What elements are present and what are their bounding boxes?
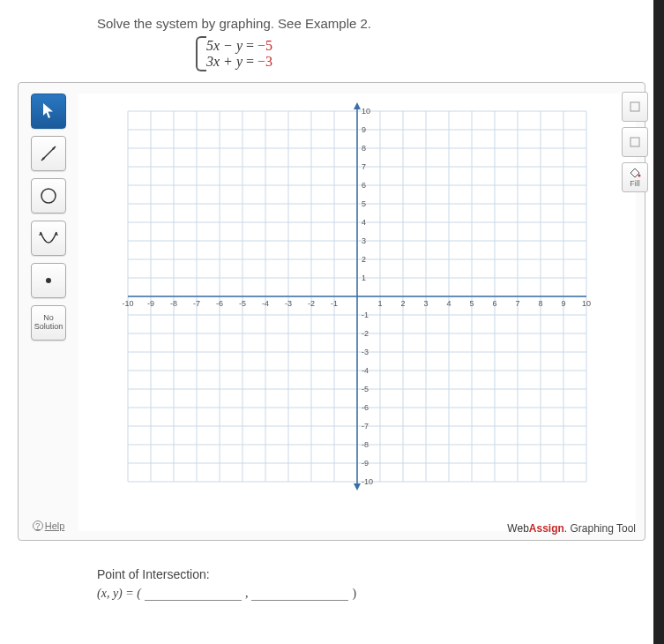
svg-text:2: 2 (362, 255, 366, 264)
answer-x-input[interactable] (145, 587, 242, 601)
svg-text:-1: -1 (362, 311, 369, 319)
svg-text:-9: -9 (362, 459, 369, 468)
equation-2: 3x + y = −3 (206, 54, 646, 70)
cursor-tool[interactable] (31, 94, 66, 129)
svg-point-6 (46, 278, 51, 283)
svg-text:-5: -5 (239, 299, 246, 308)
svg-text:8: 8 (362, 144, 366, 153)
svg-text:-6: -6 (216, 299, 223, 308)
svg-text:-4: -4 (262, 299, 269, 308)
instruction-text: Solve the system by graphing. See Exampl… (97, 16, 646, 31)
svg-text:8: 8 (538, 299, 542, 308)
tool-icon (629, 136, 641, 148)
svg-text:9: 9 (362, 125, 366, 134)
svg-text:-5: -5 (362, 385, 369, 393)
svg-text:-10: -10 (122, 299, 133, 308)
answer-y-input[interactable] (251, 587, 348, 601)
equation-1: 5x − y = −5 (206, 38, 646, 54)
no-solution-tool[interactable]: No Solution (31, 305, 66, 341)
svg-text:-1: -1 (331, 299, 338, 308)
svg-text:1: 1 (377, 299, 382, 308)
tool-palette: No Solution ? Help (27, 94, 70, 531)
svg-text:-7: -7 (362, 422, 369, 431)
svg-text:10: 10 (362, 107, 370, 116)
parabola-icon (38, 228, 59, 248)
parabola-tool[interactable] (31, 221, 66, 256)
svg-text:3: 3 (362, 236, 366, 245)
svg-rect-94 (630, 138, 639, 146)
svg-text:-6: -6 (362, 403, 369, 412)
svg-text:4: 4 (446, 299, 451, 308)
svg-text:5: 5 (362, 199, 366, 208)
answer-label: (x, y) = ( (97, 587, 141, 601)
point-icon (44, 276, 53, 285)
svg-text:5: 5 (469, 299, 474, 308)
svg-text:7: 7 (362, 162, 366, 171)
no-solution-label-2: Solution (34, 323, 63, 332)
svg-text:-7: -7 (193, 299, 200, 308)
fill-tool[interactable]: Fill (622, 162, 648, 192)
circle-tool[interactable] (31, 178, 66, 213)
answer-heading: Point of Intersection: (97, 567, 646, 581)
tool-icon (629, 101, 641, 113)
svg-text:-3: -3 (285, 299, 292, 308)
svg-text:-10: -10 (362, 477, 373, 486)
svg-text:6: 6 (492, 299, 496, 308)
cursor-icon (41, 102, 56, 120)
bucket-icon (629, 168, 641, 178)
line-icon (39, 144, 58, 163)
help-label: Help (45, 520, 65, 531)
answer-comma: , (245, 587, 249, 601)
svg-text:2: 2 (400, 299, 405, 308)
svg-text:9: 9 (561, 299, 565, 308)
svg-marker-52 (354, 483, 361, 490)
svg-text:-4: -4 (362, 366, 369, 375)
help-icon: ? (33, 520, 43, 531)
svg-point-3 (41, 189, 56, 203)
point-tool[interactable] (31, 263, 66, 298)
svg-text:4: 4 (362, 218, 366, 227)
svg-marker-51 (354, 102, 361, 109)
fill-label: Fill (630, 179, 640, 188)
right-tool-1[interactable] (622, 92, 648, 122)
svg-text:1: 1 (362, 273, 366, 282)
branding-text: WebAssign. Graphing Tool (507, 522, 636, 535)
coordinate-grid: -10-9-8-7-6-5-4-3-2-112345678910-10-9-8-… (78, 94, 636, 499)
graphing-tool-panel: No Solution ? Help -10-9-8-7-6-5-4-3-2-1… (18, 82, 645, 541)
svg-text:-9: -9 (147, 299, 154, 308)
svg-text:6: 6 (362, 181, 366, 190)
answer-row: (x, y) = ( , ) (97, 587, 646, 601)
line-tool[interactable] (31, 136, 66, 171)
svg-text:7: 7 (515, 299, 519, 308)
svg-text:3: 3 (423, 299, 428, 308)
svg-text:10: 10 (582, 299, 591, 308)
svg-text:-2: -2 (308, 299, 315, 308)
system-of-equations: 5x − y = −5 3x + y = −3 (194, 38, 646, 70)
svg-point-95 (638, 174, 641, 176)
circle-icon (39, 186, 58, 206)
svg-text:-8: -8 (362, 440, 369, 449)
help-link[interactable]: ? Help (33, 520, 65, 531)
svg-text:-2: -2 (362, 329, 369, 338)
answer-close: ) (352, 587, 356, 601)
right-tool-2[interactable] (622, 127, 648, 157)
svg-rect-93 (630, 102, 639, 111)
answer-section: Point of Intersection: (x, y) = ( , ) (97, 567, 646, 601)
svg-text:-8: -8 (170, 299, 177, 308)
graph-area[interactable]: -10-9-8-7-6-5-4-3-2-112345678910-10-9-8-… (78, 94, 636, 531)
right-tool-column: Fill (622, 92, 648, 192)
svg-text:-3: -3 (362, 348, 369, 356)
